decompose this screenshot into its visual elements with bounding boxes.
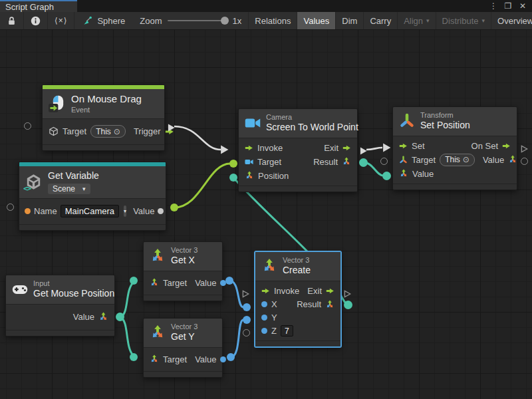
flow-arrow-icon xyxy=(502,142,511,150)
exit-port-label: Exit xyxy=(324,143,338,153)
flow-arrow-icon xyxy=(342,144,351,152)
vector3-icon xyxy=(150,248,166,264)
values-label: Values xyxy=(303,16,329,26)
port-variable-value-out[interactable] xyxy=(170,203,178,211)
port-camera-position-in[interactable] xyxy=(229,174,237,182)
port-setposition-target-in[interactable] xyxy=(380,158,388,165)
port-getx-target-in[interactable] xyxy=(130,277,138,285)
port-create-result-out[interactable] xyxy=(344,301,352,309)
port-setposition-valuein[interactable] xyxy=(382,172,391,180)
node-vector3-create[interactable]: Vector 3 Create Invoke Exit X Result xyxy=(255,251,341,347)
wire-variable-to-target[interactable] xyxy=(174,164,230,207)
value-port[interactable] xyxy=(158,208,164,214)
script-graph-icon xyxy=(82,16,92,26)
carry-button[interactable]: Carry xyxy=(363,12,397,29)
wire-exit-to-set[interactable] xyxy=(366,148,382,150)
lock-button[interactable] xyxy=(0,12,24,29)
port-gety-value-out[interactable] xyxy=(227,353,235,361)
node-title: Get Mouse Position xyxy=(33,288,114,300)
port-create-exit-out[interactable] xyxy=(344,289,351,301)
this-object-field[interactable]: This ⊙ xyxy=(440,154,475,166)
chevron-down-icon: ▾ xyxy=(482,17,485,24)
node-footer xyxy=(144,371,222,377)
values-button[interactable]: Values xyxy=(297,12,335,29)
z-value-input[interactable]: 7 xyxy=(281,325,293,336)
name-port[interactable] xyxy=(25,208,31,214)
z-port[interactable] xyxy=(261,328,267,334)
node-on-mouse-drag[interactable]: On Mouse Drag Event Target This ⊙ Trigge… xyxy=(42,84,165,151)
port-setposition-value-out[interactable] xyxy=(521,158,528,165)
carry-label: Carry xyxy=(370,16,391,26)
exit-port-label: Exit xyxy=(307,286,322,296)
object-picker-icon[interactable]: ⊙ xyxy=(114,127,120,136)
overview-button[interactable]: Overview xyxy=(491,12,532,29)
target-port-label: Target xyxy=(257,157,281,167)
close-icon[interactable]: ✕ xyxy=(517,1,528,11)
port-create-z-in[interactable] xyxy=(243,329,250,336)
port-camera-result-out[interactable] xyxy=(359,158,368,167)
node-kind: Transform xyxy=(420,111,470,120)
wire-gety-to-y[interactable] xyxy=(231,320,243,357)
y-port[interactable] xyxy=(261,315,267,321)
node-get-variable[interactable]: <> Get Variable Scene ▾ Name MainCamera … xyxy=(19,162,166,231)
object-picker-icon[interactable]: ⊙ xyxy=(463,155,469,164)
port-mousedrag-target-in[interactable] xyxy=(24,122,31,130)
node-screen-to-world-point[interactable]: Camera Screen To World Point Invoke Exit… xyxy=(238,108,358,192)
x-port[interactable] xyxy=(261,301,267,307)
node-footer xyxy=(43,144,164,150)
window-menu-icon[interactable]: ⋮ xyxy=(488,1,499,11)
port-gety-target-in[interactable] xyxy=(130,353,138,361)
port-variable-name-in[interactable] xyxy=(7,203,14,211)
node-set-position[interactable]: Transform Set Position Set On Set Target… xyxy=(392,106,517,190)
port-setposition-set-in[interactable] xyxy=(382,143,391,155)
value-out-port-label: Value xyxy=(483,155,504,165)
port-camera-invoke-in[interactable] xyxy=(220,145,229,157)
wire-mouse-to-gety[interactable] xyxy=(120,317,133,355)
info-button[interactable] xyxy=(24,12,48,29)
flow-arrow-icon xyxy=(399,142,408,150)
port-camera-exit-out[interactable] xyxy=(360,146,367,158)
node-get-x[interactable]: Vector 3 Get X Target Value xyxy=(143,241,223,301)
this-object-field[interactable]: This ⊙ xyxy=(90,125,126,138)
zoom-value: 1x xyxy=(233,16,242,26)
tab-script-graph[interactable]: Script Graph xyxy=(0,0,77,12)
result-port-label: Result xyxy=(313,157,338,167)
tab-label: Script Graph xyxy=(5,2,54,12)
node-get-mouse-position[interactable]: Input Get Mouse Position Value xyxy=(5,275,115,336)
zoom-slider[interactable] xyxy=(168,20,227,21)
value-port-label: Value xyxy=(195,278,216,288)
zoom-slider-handle[interactable] xyxy=(221,17,229,25)
node-get-y[interactable]: Vector 3 Get Y Target Value xyxy=(143,318,223,378)
node-footer xyxy=(19,224,166,230)
dim-button[interactable]: Dim xyxy=(335,12,363,29)
wire-getx-to-x[interactable] xyxy=(229,281,243,307)
variable-name-dropdown[interactable]: ▾ xyxy=(124,205,126,217)
variable-name-input[interactable]: MainCamera xyxy=(61,205,119,217)
port-camera-target-in[interactable] xyxy=(229,160,237,168)
align-button: Align▾ xyxy=(397,12,435,29)
code-view-button[interactable]: ⟨×⟩ xyxy=(48,12,74,29)
port-getx-value-out[interactable] xyxy=(225,277,233,285)
port-create-invoke-in[interactable] xyxy=(242,289,249,301)
wire-trigger-to-invoke[interactable] xyxy=(174,126,221,150)
distribute-label: Distribute xyxy=(442,16,479,26)
variable-scope-dropdown[interactable]: Scene ▾ xyxy=(48,184,90,194)
vector3-icon xyxy=(261,258,277,274)
graph-breadcrumb[interactable]: Sphere xyxy=(74,12,133,29)
chevron-down-icon: ▾ xyxy=(82,186,86,192)
wire-mouse-to-getx[interactable] xyxy=(120,283,133,317)
target-port-label: Target xyxy=(412,155,436,165)
overview-label: Overview xyxy=(497,16,532,26)
maximize-icon[interactable]: ❐ xyxy=(503,1,513,11)
port-mouseposition-value-out[interactable] xyxy=(116,313,124,321)
port-create-x-in[interactable] xyxy=(243,303,251,311)
target-port-label: Target xyxy=(163,354,187,364)
vector3-icon xyxy=(98,312,108,322)
relations-button[interactable]: Relations xyxy=(248,12,297,29)
vector3-icon xyxy=(150,325,166,340)
port-mousedrag-trigger-out[interactable] xyxy=(168,122,175,134)
port-create-y-in[interactable] xyxy=(243,316,251,324)
port-setposition-onset-out[interactable] xyxy=(521,144,528,156)
transform-port-icon xyxy=(399,156,408,164)
vector3-icon xyxy=(245,171,254,180)
